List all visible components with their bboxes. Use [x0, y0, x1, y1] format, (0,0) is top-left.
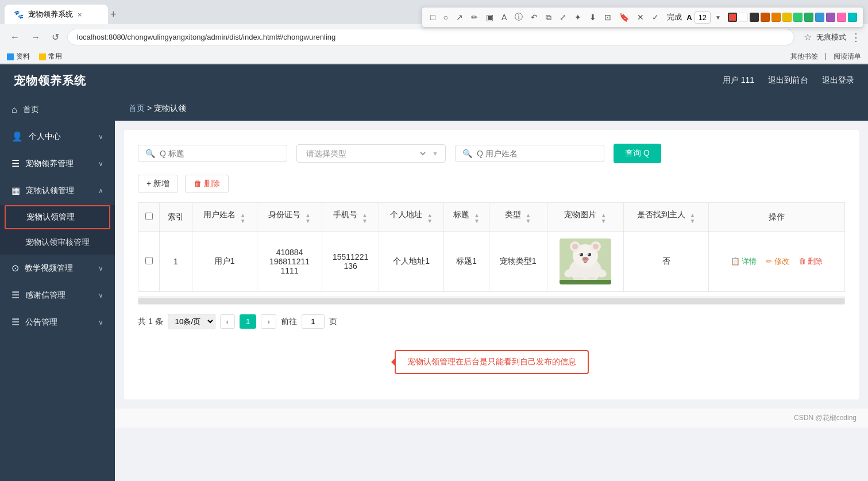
browser-active-tab[interactable]: 🐾 宠物领养系统 ×	[5, 5, 108, 24]
sort-phone-icon[interactable]: ▲▼	[362, 213, 368, 224]
toolbar-copy-icon[interactable]: ⧉	[543, 11, 554, 24]
font-size-arrow[interactable]: ▼	[713, 13, 723, 22]
color-purple[interactable]	[826, 13, 835, 22]
forward-btn[interactable]: →	[28, 30, 44, 45]
toolbar-text-icon[interactable]: A	[499, 11, 509, 23]
sort-title-icon[interactable]: ▲▼	[474, 213, 480, 224]
font-size-control: A 12 ▼	[686, 11, 723, 24]
color-yellow[interactable]	[782, 13, 792, 22]
toolbar-arrow-icon[interactable]: ↗	[454, 11, 465, 23]
page-1-btn[interactable]: 1	[240, 314, 256, 329]
color-red[interactable]	[728, 13, 737, 22]
sort-address-icon[interactable]: ▲▼	[427, 213, 433, 224]
sort-username-icon[interactable]: ▲▼	[240, 213, 246, 224]
toolbar-icons: □ ○ ↗ ✏ ▣ A ⓘ ↶ ⧉ ⤢ ✦ ⬇ ⊡ 🔖 ✕ ✓ 完成	[428, 11, 682, 24]
color-black[interactable]	[750, 13, 759, 22]
row-title: 标题1	[456, 256, 477, 265]
url-bar[interactable]	[67, 29, 794, 45]
toolbar-circle-icon[interactable]: ○	[441, 11, 450, 23]
tab-close-btn[interactable]: ×	[78, 10, 82, 19]
title-search-wrap: 🔍	[138, 145, 287, 162]
toolbar-check-icon[interactable]: ✓	[650, 11, 661, 23]
sidebar-sub-item-adopt-review[interactable]: 宠物认领审核管理	[0, 230, 115, 255]
add-btn[interactable]: + 新增	[138, 175, 178, 193]
horizontal-scrollbar[interactable]	[138, 297, 845, 305]
bookmark-common[interactable]: 常用	[39, 52, 62, 61]
logout-btn[interactable]: 退出登录	[822, 75, 854, 86]
bookmark-star-icon[interactable]: ☆	[804, 32, 812, 43]
sidebar-item-pet-foster[interactable]: ☰ 宠物领养管理 ∨	[0, 150, 115, 177]
adopt-arrow-icon: ∧	[98, 187, 103, 195]
sidebar-sub-item-adopt-manage[interactable]: 宠物认领管理	[5, 205, 110, 229]
sidebar-item-education[interactable]: ⊙ 教学视频管理 ∨	[0, 255, 115, 282]
delete-btn[interactable]: 🗑 删除	[185, 175, 229, 193]
toolbar-rect-icon[interactable]: □	[428, 11, 437, 23]
color-green[interactable]	[804, 13, 813, 22]
edit-action-btn[interactable]: ✏ 修改	[766, 257, 789, 265]
browser-menu-icon[interactable]: ⋮	[851, 31, 861, 44]
col-title: 标题 ▲▼	[444, 203, 489, 232]
per-page-select[interactable]: 10条/页	[168, 314, 215, 329]
bookmark-common-icon	[39, 53, 46, 60]
scrollbar-thumb[interactable]	[138, 298, 844, 304]
toolbar-close-icon[interactable]: ✕	[635, 11, 646, 23]
delete-action-btn[interactable]: 🗑 删除	[798, 257, 823, 265]
title-search-input[interactable]	[160, 149, 280, 158]
detail-action-btn[interactable]: 📋 详情	[731, 257, 757, 265]
prev-page-btn[interactable]: ‹	[220, 314, 235, 329]
refresh-btn[interactable]: ↺	[48, 29, 63, 45]
sidebar-item-home[interactable]: ⌂ 首页	[0, 97, 115, 123]
row-checkbox[interactable]	[145, 257, 153, 264]
app-header-actions: 用户 111 退出到前台 退出登录	[723, 75, 854, 86]
col-phone: 手机号 ▲▼	[322, 203, 379, 232]
row-idcard-cell: 4108841968112111111	[257, 232, 322, 292]
toolbar-crop-icon[interactable]: ⊡	[602, 11, 614, 23]
toolbar-move-icon[interactable]: ⤢	[557, 11, 569, 23]
sort-petimg-icon[interactable]: ▲▼	[601, 213, 607, 224]
sidebar-item-thanks[interactable]: ☰ 感谢信管理 ∨	[0, 282, 115, 309]
sort-found-owner-icon[interactable]: ▲▼	[690, 213, 696, 224]
font-size-box[interactable]: 12	[695, 11, 711, 24]
person-icon: 👤	[11, 131, 23, 142]
goto-page-input[interactable]	[302, 314, 325, 329]
color-blue[interactable]	[815, 13, 824, 22]
education-arrow-icon: ∨	[98, 264, 103, 272]
color-brown[interactable]	[761, 13, 770, 22]
username-search-input[interactable]	[477, 149, 597, 158]
annotation-toolbar[interactable]: □ ○ ↗ ✏ ▣ A ⓘ ↶ ⧉ ⤢ ✦ ⬇ ⊡ 🔖 ✕ ✓ 完成 A 12 …	[422, 7, 863, 28]
toolbar-pen-icon[interactable]: ✏	[469, 11, 480, 23]
sidebar-item-pet-adopt[interactable]: ▦ 宠物认领管理 ∧	[0, 177, 115, 204]
color-white[interactable]	[739, 13, 748, 22]
next-page-btn[interactable]: ›	[261, 314, 276, 329]
toolbar-bookmark-icon[interactable]: 🔖	[617, 11, 631, 23]
breadcrumb-home-link[interactable]: 首页	[129, 103, 145, 113]
type-select[interactable]: 请选择类型	[304, 148, 427, 159]
bookmark-resources[interactable]: 资料	[7, 52, 30, 61]
personal-arrow-icon: ∨	[98, 133, 103, 141]
row-phone: 15511221136	[333, 252, 368, 271]
color-teal[interactable]	[848, 13, 857, 22]
footer-watermark: CSDN @花椒coding	[115, 409, 868, 428]
toolbar-star-icon[interactable]: ✦	[572, 11, 584, 23]
goto-frontend-btn[interactable]: 退出到前台	[768, 75, 808, 86]
svg-point-10	[588, 253, 589, 255]
toolbar-download-icon[interactable]: ⬇	[587, 11, 599, 23]
select-all-checkbox[interactable]	[145, 213, 153, 220]
sidebar-item-notice[interactable]: ☰ 公告管理 ∨	[0, 309, 115, 336]
color-orange[interactable]	[771, 13, 781, 22]
toolbar-undo-icon[interactable]: ↶	[528, 11, 540, 23]
query-btn[interactable]: 查询 Q	[614, 144, 661, 163]
toolbar-select-icon[interactable]: ▣	[484, 11, 496, 23]
row-checkbox-cell	[138, 232, 160, 292]
toolbar-info-icon[interactable]: ⓘ	[512, 11, 525, 24]
color-pink[interactable]	[837, 13, 846, 22]
browser-profile: 无痕模式	[816, 32, 846, 43]
other-bookmarks-link[interactable]: 其他书签	[790, 52, 818, 61]
new-tab-btn[interactable]: +	[110, 9, 117, 21]
sort-type-icon[interactable]: ▲▼	[526, 213, 531, 224]
color-green-light[interactable]	[793, 13, 803, 22]
sidebar-item-personal[interactable]: 👤 个人中心 ∨	[0, 123, 115, 150]
sort-idcard-icon[interactable]: ▲▼	[305, 213, 311, 224]
back-btn[interactable]: ←	[7, 30, 23, 45]
reading-list-link[interactable]: 阅读清单	[834, 52, 861, 61]
